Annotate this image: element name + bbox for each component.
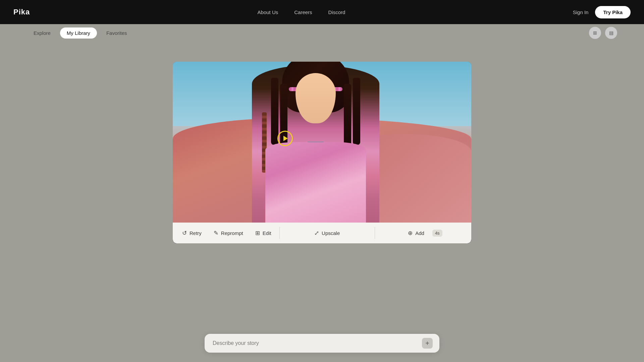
video-card: ↺ Retry ✎ Reprompt ⊞ Edit ⤢ Upscale bbox=[173, 62, 471, 243]
plus-icon: + bbox=[425, 340, 429, 347]
character-kimono bbox=[265, 142, 366, 223]
dread-right2 bbox=[344, 84, 351, 151]
retry-icon: ↺ bbox=[182, 230, 187, 237]
upscale-icon: ⤢ bbox=[314, 230, 319, 237]
upscale-group: ⤢ Upscale bbox=[282, 227, 372, 239]
edit-button[interactable]: ⊞ Edit bbox=[250, 227, 277, 239]
sign-in-button[interactable]: Sign In bbox=[573, 9, 589, 15]
upscale-label: Upscale bbox=[322, 230, 340, 236]
reprompt-label: Reprompt bbox=[221, 230, 243, 236]
prompt-bar: + bbox=[205, 334, 439, 353]
retry-label: Retry bbox=[190, 230, 202, 236]
try-pika-button[interactable]: Try Pika bbox=[595, 6, 631, 18]
duration-badge: 4s bbox=[432, 230, 442, 237]
retry-button[interactable]: ↺ Retry bbox=[177, 227, 207, 239]
video-scene[interactable] bbox=[173, 62, 471, 223]
edit-icon: ⊞ bbox=[255, 230, 260, 237]
reprompt-icon: ✎ bbox=[214, 230, 218, 237]
upscale-button[interactable]: ⤢ Upscale bbox=[306, 227, 348, 239]
add-group: ⊕ Add 4s bbox=[378, 227, 467, 239]
action-group-left: ↺ Retry ✎ Reprompt ⊞ Edit bbox=[177, 227, 277, 239]
prompt-add-button[interactable]: + bbox=[422, 338, 433, 349]
nav-about-us[interactable]: About Us bbox=[258, 9, 278, 15]
main-content: ↺ Retry ✎ Reprompt ⊞ Edit ⤢ Upscale bbox=[0, 42, 644, 362]
add-icon: ⊕ bbox=[408, 230, 413, 237]
settings-button[interactable]: ▤ bbox=[605, 27, 617, 39]
prompt-input[interactable] bbox=[213, 340, 418, 346]
navbar-right: Sign In Try Pika bbox=[573, 6, 631, 18]
tab-my-library[interactable]: My Library bbox=[60, 27, 97, 39]
nav-careers[interactable]: Careers bbox=[294, 9, 312, 15]
reprompt-button[interactable]: ✎ Reprompt bbox=[208, 227, 249, 239]
action-divider-2 bbox=[375, 227, 375, 239]
dread-right bbox=[353, 78, 360, 145]
tab-explore[interactable]: Explore bbox=[27, 27, 57, 39]
nav-discord[interactable]: Discord bbox=[328, 9, 345, 15]
subnav: Explore My Library Favorites ⊞ ▤ bbox=[0, 24, 644, 42]
navbar: Pika About Us Careers Discord Sign In Tr… bbox=[0, 0, 644, 24]
logo: Pika bbox=[13, 8, 30, 16]
add-button[interactable]: ⊕ Add bbox=[402, 227, 430, 239]
edit-label: Edit bbox=[263, 230, 271, 236]
dread-left bbox=[271, 78, 278, 145]
add-label: Add bbox=[415, 230, 424, 236]
tab-favorites[interactable]: Favorites bbox=[100, 27, 134, 39]
nav-links: About Us Careers Discord bbox=[258, 9, 345, 15]
subnav-right: ⊞ ▤ bbox=[589, 27, 617, 39]
play-cursor-indicator[interactable] bbox=[277, 131, 293, 146]
subnav-tabs: Explore My Library Favorites bbox=[27, 27, 134, 39]
character-face bbox=[296, 73, 336, 123]
action-bar: ↺ Retry ✎ Reprompt ⊞ Edit ⤢ Upscale bbox=[173, 223, 471, 243]
action-divider-1 bbox=[279, 227, 280, 239]
character-figure bbox=[252, 65, 379, 223]
grid-view-button[interactable]: ⊞ bbox=[589, 27, 601, 39]
